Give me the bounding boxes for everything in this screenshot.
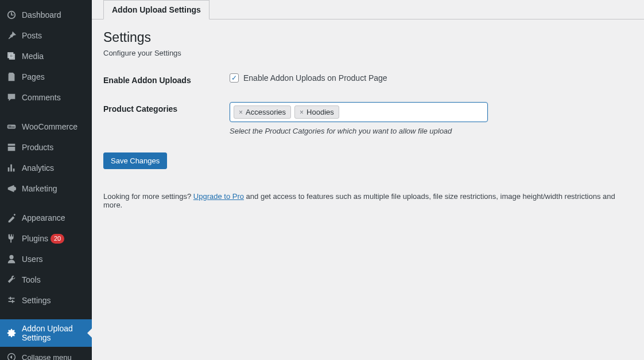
sidebar-item-label: Tools bbox=[22, 275, 41, 284]
appearance-icon bbox=[6, 212, 17, 224]
gear-icon bbox=[6, 327, 17, 339]
menu-separator bbox=[0, 314, 92, 316]
category-tag[interactable]: ×Accessories bbox=[234, 105, 291, 119]
users-icon bbox=[6, 253, 17, 265]
sidebar-item-marketing[interactable]: Marketing bbox=[0, 178, 92, 199]
collapse-menu-label: Collapse menu bbox=[22, 353, 72, 361]
product-categories-label: Product Categories bbox=[103, 102, 230, 114]
sidebar-item-analytics[interactable]: Analytics bbox=[0, 158, 92, 178]
sidebar-item-label: Media bbox=[22, 52, 44, 61]
comment-icon bbox=[6, 92, 17, 103]
sidebar-item-label: Users bbox=[22, 255, 43, 264]
pages-icon bbox=[6, 71, 17, 83]
dashboard-icon bbox=[6, 9, 17, 21]
sidebar-item-plugins[interactable]: Plugins20 bbox=[0, 228, 92, 249]
sidebar-item-addon-upload-settings[interactable]: Addon Upload Settings bbox=[0, 319, 92, 347]
update-count-badge: 20 bbox=[51, 234, 64, 244]
sidebar-item-posts[interactable]: Posts bbox=[0, 25, 92, 46]
sidebar-item-comments[interactable]: Comments bbox=[0, 87, 92, 108]
sidebar-link-settings[interactable]: Settings bbox=[0, 290, 92, 311]
tools-icon bbox=[6, 274, 17, 285]
sidebar-link-appearance[interactable]: Appearance bbox=[0, 208, 92, 228]
sidebar-item-label: Products bbox=[22, 143, 53, 152]
admin-sidebar: DashboardPostsMediaPagesCommentsWooComme… bbox=[0, 0, 92, 360]
woo-icon bbox=[6, 121, 17, 132]
sidebar-link-plugins[interactable]: Plugins20 bbox=[0, 228, 92, 249]
sidebar-item-label: Comments bbox=[22, 93, 61, 102]
analytics-icon bbox=[6, 162, 17, 174]
sidebar-item-label: Pages bbox=[22, 72, 45, 81]
sidebar-item-label: Addon Upload Settings bbox=[22, 324, 87, 342]
row-product-categories: Product Categories ×Accessories×Hoodies … bbox=[103, 102, 633, 135]
sidebar-item-users[interactable]: Users bbox=[0, 249, 92, 269]
enable-uploads-checkbox-label: Enable Addon Uploads on Product Page bbox=[243, 73, 387, 83]
product-categories-input[interactable]: ×Accessories×Hoodies bbox=[230, 102, 488, 122]
sidebar-item-label: Marketing bbox=[22, 184, 57, 193]
main-content: Addon Upload Settings Settings Configure… bbox=[92, 0, 644, 360]
sidebar-link-woocommerce[interactable]: WooCommerce bbox=[0, 116, 92, 137]
sidebar-item-pages[interactable]: Pages bbox=[0, 66, 92, 87]
sidebar-item-label: WooCommerce bbox=[22, 122, 77, 131]
sidebar-item-dashboard[interactable]: Dashboard bbox=[0, 5, 92, 25]
row-enable-uploads: Enable Addon Uploads ✓ Enable Addon Uplo… bbox=[103, 73, 633, 85]
enable-uploads-label: Enable Addon Uploads bbox=[103, 73, 230, 85]
category-tag-label: Accessories bbox=[246, 108, 286, 116]
sidebar-link-marketing[interactable]: Marketing bbox=[0, 178, 92, 199]
tab-addon-upload-settings[interactable]: Addon Upload Settings bbox=[103, 0, 210, 19]
media-icon bbox=[6, 50, 17, 62]
remove-tag-icon[interactable]: × bbox=[239, 108, 243, 116]
sidebar-link-dashboard[interactable]: Dashboard bbox=[0, 5, 92, 25]
sidebar-link-users[interactable]: Users bbox=[0, 249, 92, 269]
sidebar-link-addon-upload-settings[interactable]: Addon Upload Settings bbox=[0, 319, 92, 347]
sidebar-item-woocommerce[interactable]: WooCommerce bbox=[0, 116, 92, 137]
sidebar-item-label: Posts bbox=[22, 31, 42, 40]
category-tag-label: Hoodies bbox=[307, 108, 334, 116]
sidebar-item-appearance[interactable]: Appearance bbox=[0, 208, 92, 228]
category-tag[interactable]: ×Hoodies bbox=[294, 105, 339, 119]
tab-bar: Addon Upload Settings bbox=[92, 0, 644, 19]
menu-separator bbox=[0, 202, 92, 205]
upgrade-promo: Looking for more settings? Upgrade to Pr… bbox=[103, 192, 633, 209]
collapse-menu-button[interactable]: Collapse menu bbox=[0, 347, 92, 360]
page-subtitle: Configure your Settings bbox=[103, 49, 633, 57]
sidebar-item-label: Settings bbox=[22, 296, 51, 305]
save-changes-button[interactable]: Save Changes bbox=[103, 152, 167, 169]
sidebar-link-comments[interactable]: Comments bbox=[0, 87, 92, 108]
sidebar-item-tools[interactable]: Tools bbox=[0, 269, 92, 290]
sidebar-link-posts[interactable]: Posts bbox=[0, 25, 92, 46]
pin-icon bbox=[6, 30, 17, 41]
page-title: Settings bbox=[103, 30, 633, 45]
remove-tag-icon[interactable]: × bbox=[300, 108, 304, 116]
sidebar-item-label: Dashboard bbox=[22, 10, 61, 19]
menu-separator bbox=[0, 111, 92, 114]
products-icon bbox=[6, 142, 17, 153]
collapse-icon bbox=[6, 351, 17, 360]
sidebar-item-label: Plugins bbox=[22, 234, 48, 243]
sidebar-link-pages[interactable]: Pages bbox=[0, 66, 92, 87]
check-icon: ✓ bbox=[231, 75, 237, 81]
sidebar-item-media[interactable]: Media bbox=[0, 46, 92, 66]
sidebar-item-label: Analytics bbox=[22, 163, 54, 173]
plugins-icon bbox=[6, 233, 17, 244]
marketing-icon bbox=[6, 183, 17, 194]
sidebar-link-tools[interactable]: Tools bbox=[0, 269, 92, 290]
enable-uploads-checkbox[interactable]: ✓ bbox=[230, 73, 239, 83]
sidebar-item-settings[interactable]: Settings bbox=[0, 290, 92, 311]
sidebar-link-analytics[interactable]: Analytics bbox=[0, 158, 92, 178]
sidebar-link-products[interactable]: Products bbox=[0, 137, 92, 158]
promo-prefix: Looking for more settings? bbox=[103, 192, 193, 201]
sidebar-link-media[interactable]: Media bbox=[0, 46, 92, 66]
product-categories-help: Select the Product Catgories for which y… bbox=[230, 127, 633, 135]
settings-icon bbox=[6, 295, 17, 306]
enable-uploads-checkbox-wrap[interactable]: ✓ Enable Addon Uploads on Product Page bbox=[230, 73, 633, 83]
sidebar-item-label: Appearance bbox=[22, 213, 65, 222]
sidebar-item-products[interactable]: Products bbox=[0, 137, 92, 158]
upgrade-link[interactable]: Upgrade to Pro bbox=[193, 192, 244, 201]
